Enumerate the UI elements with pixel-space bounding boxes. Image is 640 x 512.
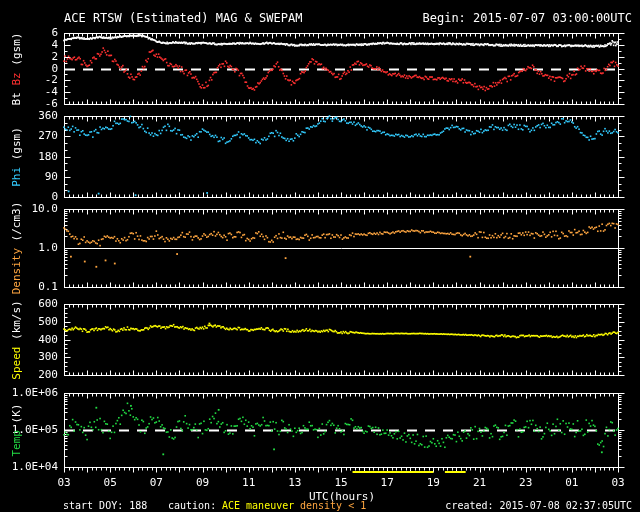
x-tick-label: 15 [329, 477, 353, 488]
x-tick-label: 03 [52, 477, 76, 488]
footer-caution-label: caution: [168, 500, 216, 511]
x-tick-label: 07 [144, 477, 168, 488]
x-tick-label: 11 [237, 477, 261, 488]
x-tick-label: 03 [606, 477, 630, 488]
footer-created-timestamp: created: 2015-07-08 02:37:05UTC [445, 500, 632, 511]
axis-label-part: Density [10, 248, 23, 294]
axis-label-part: (gsm) [10, 32, 23, 72]
x-tick-label: 23 [514, 477, 538, 488]
panel-y-axis-label-phi: Phi (gsm) [11, 127, 22, 187]
ace-rtsw-plot-window: ACE RTSW (Estimated) MAG & SWEPAM Begin:… [0, 0, 640, 512]
x-tick-label: 19 [421, 477, 445, 488]
x-tick-label: 01 [560, 477, 584, 488]
plot-title: ACE RTSW (Estimated) MAG & SWEPAM [64, 12, 302, 25]
footer-density-flag: density < 1 [300, 500, 366, 511]
axis-label-part: Speed [10, 346, 23, 379]
panel-y-axis-label-temp: Temp (K) [11, 404, 22, 457]
y-tick-label-phi: 0 [0, 191, 58, 202]
x-tick-label: 09 [191, 477, 215, 488]
axis-label-part: (/cm3) [10, 202, 23, 248]
axis-label-part: (km/s) [10, 300, 23, 346]
axis-label-part: (gsm) [10, 127, 23, 167]
y-tick-label-phi: 360 [0, 110, 58, 121]
x-tick-label: 05 [98, 477, 122, 488]
ace-plot-canvas [0, 0, 640, 512]
axis-label-part: (K) [10, 404, 23, 431]
panel-y-axis-label-density: Density (/cm3) [11, 202, 22, 295]
x-tick-label: 21 [468, 477, 492, 488]
panel-y-axis-label-mag: Bt Bz (gsm) [11, 32, 22, 105]
footer-ace-maneuver-flag: ACE maneuver [222, 500, 294, 511]
y-tick-label-temp: 1.0E+04 [0, 461, 58, 472]
axis-label-part: Phi [10, 166, 23, 186]
footer-start-doy: start DOY: 188 [63, 500, 147, 511]
panel-y-axis-label-speed: Speed (km/s) [11, 300, 22, 379]
x-tick-label: 17 [375, 477, 399, 488]
axis-label-part: Bz [10, 72, 23, 85]
begin-timestamp: Begin: 2015-07-07 03:00:00UTC [422, 12, 632, 25]
axis-label-part: Temp [10, 430, 23, 457]
y-tick-label-temp: 1.0E+06 [0, 387, 58, 398]
x-tick-label: 13 [283, 477, 307, 488]
axis-label-part: Bt [10, 85, 23, 105]
